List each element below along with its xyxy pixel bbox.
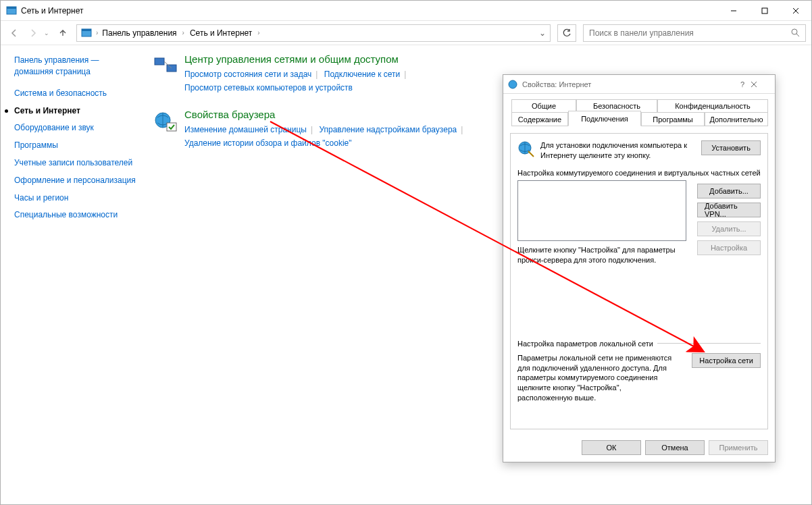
maximize-button[interactable]	[749, 1, 780, 21]
apply-button: Применить	[709, 440, 768, 455]
titlebar: Сеть и Интернет	[1, 1, 811, 21]
window-title: Сеть и Интернет	[21, 6, 718, 16]
tab-content[interactable]: Содержание	[511, 113, 568, 126]
dialog-title: Свойства: Интернет	[522, 80, 734, 88]
history-dropdown[interactable]: ⌄	[44, 30, 52, 36]
tab-programs[interactable]: Программы	[641, 113, 705, 126]
tab-general[interactable]: Общие	[511, 99, 576, 113]
sidebar-item-programs[interactable]: Программы	[14, 140, 136, 151]
tab-advanced[interactable]: Дополнительно	[705, 113, 768, 126]
internet-properties-dialog: Свойства: Интернет ? Общие Безопасность …	[503, 74, 776, 462]
sidebar-home[interactable]: Панель управления — домашняя страница	[14, 55, 136, 78]
help-button[interactable]: ?	[734, 80, 751, 88]
section-title[interactable]: Центр управления сетями и общим доступом	[184, 53, 410, 65]
sidebar: Панель управления — домашняя страница Си…	[1, 45, 143, 504]
toolbar: ⌄ › Панель управления › Сеть и Интернет …	[1, 21, 811, 45]
search-icon[interactable]	[791, 28, 800, 37]
sidebar-item-system[interactable]: Система и безопасность	[14, 88, 136, 99]
lan-group-label: Настройка параметров локальной сети	[517, 340, 653, 348]
sidebar-item-network[interactable]: Сеть и Интернет	[14, 105, 136, 117]
address-bar[interactable]: › Панель управления › Сеть и Интернет › …	[76, 24, 551, 42]
refresh-button[interactable]	[557, 24, 576, 42]
ok-button[interactable]: ОК	[582, 440, 641, 455]
dialog-close-button[interactable]	[751, 81, 771, 88]
breadcrumb: Панель управления › Сеть и Интернет ›	[99, 27, 539, 39]
control-panel-icon	[6, 5, 17, 16]
svg-rect-1	[7, 7, 16, 9]
globe-wand-icon	[517, 140, 535, 158]
tab-pane-connections: Для установки подключения компьютера к И…	[510, 133, 768, 429]
internet-options-icon	[507, 79, 518, 90]
svg-point-15	[509, 80, 517, 88]
breadcrumb-current[interactable]: Сеть и Интернет	[187, 27, 255, 39]
sidebar-item-accessibility[interactable]: Специальные возможности	[14, 209, 136, 221]
breadcrumb-root[interactable]: Панель управления	[99, 27, 179, 39]
svg-line-9	[796, 34, 799, 36]
link-view-status[interactable]: Просмотр состояния сети и задач	[184, 70, 311, 79]
link-delete-history[interactable]: Удаление истории обзора и файлов "cookie…	[184, 138, 352, 148]
chevron-right-icon: ›	[181, 29, 186, 36]
chevron-right-icon: ›	[95, 29, 99, 36]
minimize-button[interactable]	[718, 1, 749, 21]
up-button[interactable]	[55, 25, 71, 41]
sidebar-item-accounts[interactable]: Учетные записи пользователей	[14, 157, 136, 169]
svg-line-19	[528, 151, 534, 157]
search-placeholder: Поиск в панели управления	[589, 28, 791, 38]
close-button[interactable]	[780, 1, 811, 21]
connections-listbox[interactable]	[517, 180, 686, 241]
remove-button: Удалить...	[697, 221, 761, 236]
lan-text: Параметры локальной сети не применяются …	[517, 353, 673, 403]
link-addons[interactable]: Управление надстройками браузера	[319, 125, 457, 134]
proxy-note: Щелкните кнопку "Настройка" для параметр…	[517, 245, 686, 265]
svg-rect-10	[155, 58, 164, 65]
control-panel-icon	[81, 28, 92, 38]
setup-button[interactable]: Установить	[701, 140, 761, 155]
link-homepage[interactable]: Изменение домашней страницы	[184, 125, 307, 134]
svg-rect-14	[167, 123, 176, 131]
svg-rect-7	[82, 29, 91, 31]
chevron-right-icon: ›	[256, 29, 261, 36]
forward-button[interactable]	[25, 25, 41, 41]
add-vpn-button[interactable]: Добавить VPN...	[697, 203, 761, 217]
search-input[interactable]: Поиск в панели управления	[583, 24, 806, 42]
svg-point-8	[792, 29, 797, 34]
back-button[interactable]	[6, 25, 22, 41]
chevron-down-icon[interactable]: ⌄	[539, 28, 546, 38]
sidebar-item-clock[interactable]: Часы и регион	[14, 192, 136, 204]
dialog-footer: ОК Отмена Применить	[503, 433, 775, 462]
tab-connections[interactable]: Подключения	[568, 111, 641, 126]
network-center-icon	[153, 55, 179, 78]
link-connect[interactable]: Подключение к сети	[324, 70, 400, 79]
settings-button: Настройка	[697, 240, 761, 255]
tab-privacy[interactable]: Конфиденциальность	[657, 99, 768, 113]
internet-options-icon	[153, 111, 179, 134]
add-button[interactable]: Добавить...	[697, 184, 761, 198]
tab-strip: Общие Безопасность Конфиденциальность Со…	[510, 99, 768, 129]
dialog-titlebar: Свойства: Интернет ?	[503, 75, 775, 94]
cancel-button[interactable]: Отмена	[645, 440, 705, 455]
sidebar-item-appearance[interactable]: Оформление и персонализация	[14, 175, 136, 186]
dialup-group-label: Настройка коммутируемого соединения и ви…	[517, 168, 761, 178]
svg-rect-3	[762, 8, 767, 14]
lan-settings-button[interactable]: Настройка сети	[692, 353, 761, 368]
sidebar-item-hardware[interactable]: Оборудование и звук	[14, 122, 136, 134]
setup-text: Для установки подключения компьютера к И…	[540, 140, 701, 161]
link-view-devices[interactable]: Просмотр сетевых компьютеров и устройств	[184, 83, 353, 92]
section-title[interactable]: Свойства браузера	[184, 109, 467, 120]
